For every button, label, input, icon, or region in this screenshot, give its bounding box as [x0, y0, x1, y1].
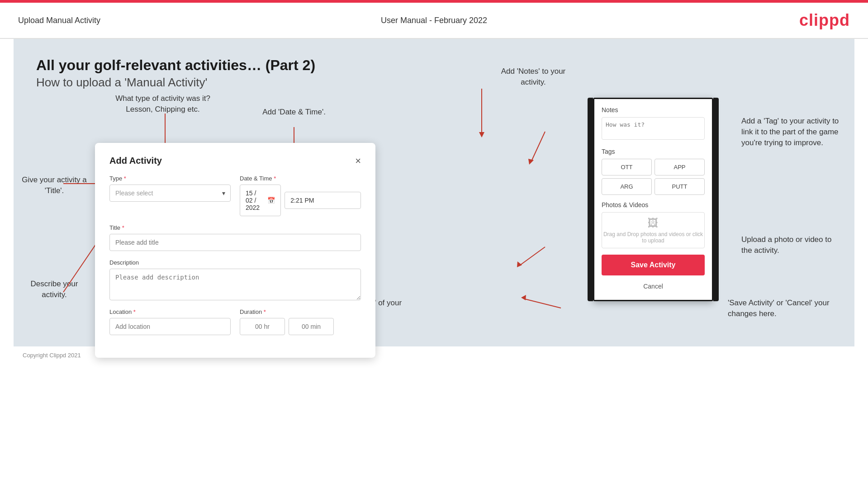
form-group-datetime: Date & Time * 15 / 02 / 2022 📅	[240, 175, 361, 216]
annotation-save: 'Save Activity' or 'Cancel' your changes…	[728, 298, 841, 319]
datetime-label: Date & Time *	[240, 175, 361, 182]
svg-line-18	[525, 299, 561, 308]
form-group-location: Location *	[109, 308, 231, 335]
photos-label: Photos & Videos	[602, 201, 705, 208]
duration-hr-input[interactable]	[240, 318, 285, 335]
svg-line-16	[520, 247, 545, 265]
phone-panel: Notes Tags OTT APP ARG PUTT Photos & Vid…	[588, 98, 719, 301]
type-select[interactable]: Please select	[109, 185, 231, 202]
location-label: Location *	[109, 308, 231, 315]
svg-line-14	[531, 132, 545, 161]
annotation-notes: Add 'Notes' to your activity.	[493, 66, 574, 88]
title-label: Title *	[109, 224, 361, 231]
phone-mockup: Notes Tags OTT APP ARG PUTT Photos & Vid…	[593, 98, 713, 301]
photos-drop-zone[interactable]: 🖼 Drag and Drop photos and videos or cli…	[602, 212, 705, 248]
svg-marker-13	[479, 132, 484, 137]
annotation-title: Give your activity a 'Title'.	[18, 175, 90, 196]
dialog-close-button[interactable]: ×	[355, 156, 361, 166]
page-header-left: Upload Manual Activity	[18, 16, 100, 25]
svg-marker-17	[517, 261, 522, 267]
main-content: All your golf-relevant activities… (Part…	[14, 39, 854, 346]
tag-arg[interactable]: ARG	[602, 178, 652, 195]
form-row-type-datetime: Type * Please select ▾ Date & Time *	[109, 175, 361, 216]
phone-left-bar	[588, 98, 593, 301]
duration-min-input[interactable]	[289, 318, 334, 335]
cancel-link[interactable]: Cancel	[602, 280, 705, 293]
phone-mockup-wrapper: Notes Tags OTT APP ARG PUTT Photos & Vid…	[588, 98, 719, 301]
dialog-box: Add Activity × Type * Please select ▾	[95, 143, 375, 358]
notes-label: Notes	[602, 106, 705, 114]
dialog-title: Add Activity	[109, 156, 162, 166]
tags-label: Tags	[602, 148, 705, 155]
title-input[interactable]	[109, 234, 361, 251]
page-subtitle: How to upload a 'Manual Activity'	[36, 76, 832, 90]
svg-marker-19	[521, 295, 526, 300]
annotation-what-type: What type of activity was it? Lesson, Ch…	[113, 93, 213, 115]
tag-ott[interactable]: OTT	[602, 159, 652, 175]
notes-textarea[interactable]	[602, 117, 705, 140]
logo: clippd	[799, 11, 850, 30]
image-icon: 🖼	[648, 217, 659, 229]
location-input[interactable]	[109, 318, 231, 335]
page-title: All your golf-relevant activities… (Part…	[36, 57, 832, 74]
form-group-title: Title *	[109, 224, 361, 251]
duration-inputs	[240, 318, 361, 335]
annotation-date-time: Add 'Date & Time'.	[253, 107, 335, 118]
add-activity-dialog: Add Activity × Type * Please select ▾	[95, 143, 375, 358]
datetime-inputs: 15 / 02 / 2022 📅	[240, 185, 361, 216]
copyright-text: Copyright Clippd 2021	[23, 352, 81, 359]
phone-right-bar	[713, 98, 719, 301]
annotation-describe: Describe your activity.	[18, 279, 90, 300]
description-textarea[interactable]	[109, 269, 361, 300]
type-select-wrapper[interactable]: Please select ▾	[109, 185, 231, 202]
annotation-upload: Upload a photo or video to the activity.	[741, 234, 841, 256]
calendar-icon: 📅	[267, 197, 275, 204]
form-group-duration: Duration *	[240, 308, 361, 335]
time-input[interactable]	[285, 192, 361, 209]
photos-hint: Drag and Drop photos and videos or click…	[602, 231, 704, 244]
date-value: 15 / 02 / 2022	[246, 190, 264, 211]
save-activity-button[interactable]: Save Activity	[602, 255, 705, 275]
form-group-description: Description	[109, 259, 361, 300]
date-input[interactable]: 15 / 02 / 2022 📅	[240, 185, 281, 216]
phone-content: Notes Tags OTT APP ARG PUTT Photos & Vid…	[594, 99, 712, 300]
annotation-tag: Add a 'Tag' to your activity to link it …	[741, 116, 841, 148]
duration-label: Duration *	[240, 308, 361, 315]
svg-marker-15	[528, 159, 534, 165]
tag-app[interactable]: APP	[655, 159, 705, 175]
page-header-center: User Manual - February 2022	[381, 16, 487, 25]
type-label: Type *	[109, 175, 231, 182]
description-label: Description	[109, 259, 361, 266]
dialog-header: Add Activity ×	[109, 156, 361, 166]
form-row-location-duration: Location * Duration *	[109, 308, 361, 335]
tags-grid: OTT APP ARG PUTT	[602, 159, 705, 195]
form-group-type: Type * Please select ▾	[109, 175, 231, 216]
tag-putt[interactable]: PUTT	[655, 178, 705, 195]
top-bar: Upload Manual Activity User Manual - Feb…	[0, 3, 868, 39]
